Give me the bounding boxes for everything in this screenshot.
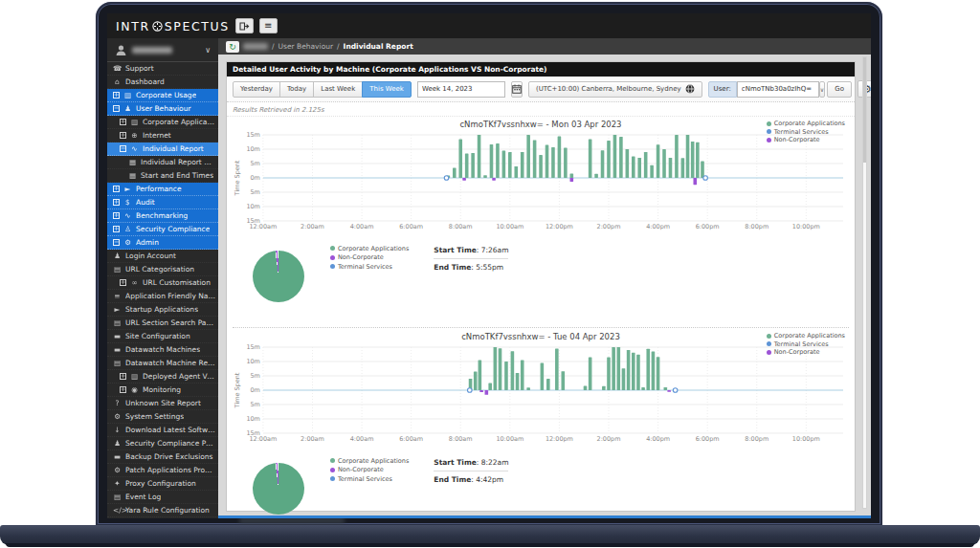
sidebar-user-menu[interactable]: ∨: [107, 38, 218, 62]
range-button-this-week[interactable]: This Week: [362, 81, 412, 98]
sidebar-item-label: Security Compliance Profile: [125, 439, 215, 448]
sidebar-item-start-and-end-times[interactable]: ▦Start and End Times: [107, 169, 218, 183]
range-button-last-week[interactable]: Last Week: [313, 81, 363, 98]
y-axis-title: Time Spent: [234, 160, 241, 196]
bar-corporate: [508, 152, 512, 178]
sidebar-item-admin[interactable]: −⚙Admin: [107, 236, 218, 250]
sidebar-item-corporate-applications[interactable]: +▥Corporate Applications: [107, 116, 218, 129]
sidebar-item-user-behaviour[interactable]: −♟User Behaviour: [107, 102, 218, 116]
bar-corporate: [521, 361, 524, 391]
sidebar-item-label: Admin: [136, 238, 159, 247]
bar-corporate: [691, 142, 695, 178]
bar-corporate: [494, 347, 498, 390]
sidebar-item-benchmarking[interactable]: +∿Benchmarking: [107, 209, 218, 223]
expand-icon[interactable]: +: [113, 212, 120, 219]
sidebar-item-deployed-agent-versions[interactable]: +▥Deployed Agent Versions: [107, 370, 218, 384]
bar-corporate: [483, 175, 487, 178]
week-input[interactable]: [417, 81, 505, 98]
sidebar-item-datawatch-machines[interactable]: ▬Datawatch Machines: [107, 343, 218, 357]
collapse-icon[interactable]: −: [113, 239, 120, 246]
bar-corporate: [650, 165, 654, 178]
expand-icon[interactable]: +: [113, 199, 120, 206]
legend-dot-icon: [330, 476, 335, 481]
scrollbar-thumb[interactable]: [863, 57, 866, 163]
sidebar-item-patch-applications-profile[interactable]: ⚙Patch Applications Profile: [107, 464, 218, 477]
sidebar-item-individual-report-data[interactable]: ▦Individual Report Data: [107, 156, 218, 169]
sidebar-item-datawatch-machine-report[interactable]: ▤Datawatch Machine Report: [107, 357, 218, 370]
sidebar-item-startup-applications[interactable]: ►Startup Applications: [107, 303, 218, 317]
legend-label: Terminal Services: [338, 475, 392, 483]
expand-icon[interactable]: +: [113, 226, 120, 232]
sidebar-item-site-configuration[interactable]: ▬Site Configuration: [107, 330, 218, 343]
collapse-icon[interactable]: −: [120, 145, 126, 152]
x-tick-label: 10:00pm: [792, 435, 820, 443]
y-tick-label: 10m: [246, 358, 260, 365]
expand-icon[interactable]: +: [113, 92, 120, 99]
timezone-button[interactable]: (UTC+10:00) Canberra, Melbourne, Sydney: [528, 81, 702, 98]
monitor-icon: ◉: [130, 385, 139, 394]
gears-icon: ⚙: [113, 412, 122, 421]
sidebar-item-url-customisation[interactable]: +∞URL Customisation: [107, 276, 218, 290]
sidebar-item-security-compliance[interactable]: +♙Security Compliance: [107, 223, 218, 236]
sidebar-item-dashboard[interactable]: ⌂Dashboard: [107, 76, 218, 89]
sidebar-item-login-account[interactable]: ♟Login Account: [107, 250, 218, 263]
legend-item-non-corporate: Non-Corporate: [767, 348, 845, 357]
sidebar-item-security-compliance-profile[interactable]: ♟Security Compliance Profile: [107, 437, 218, 450]
range-button-today[interactable]: Today: [279, 81, 314, 98]
user-input[interactable]: [737, 81, 819, 98]
terminal-services-marker: [444, 176, 449, 181]
sidebar-item-corporate-usage[interactable]: +▥Corporate Usage: [107, 89, 218, 102]
menu-button[interactable]: ≡: [259, 18, 278, 33]
expand-icon[interactable]: +: [113, 186, 120, 192]
collapse-icon[interactable]: −: [113, 105, 120, 112]
sidebar-item-monitoring[interactable]: +◉Monitoring: [107, 384, 218, 397]
go-button[interactable]: Go: [827, 81, 852, 98]
refresh-button[interactable]: ↻: [226, 41, 239, 53]
bar-corporate: [701, 162, 704, 178]
sidebar-item-unknown-site-report[interactable]: ?Unknown Site Report: [107, 397, 218, 410]
vertical-scrollbar[interactable]: [862, 56, 867, 509]
sidebar-item-internet[interactable]: +⊕Internet: [107, 129, 218, 142]
x-tick-label: 12:00am: [249, 223, 277, 230]
legend-dot-icon: [330, 264, 335, 269]
user-dropdown-button[interactable]: ∨: [819, 81, 825, 98]
app-window: INTR SPECTUS ≡: [107, 13, 871, 518]
sidebar-item-yara-rule-configuration[interactable]: </>Yara Rule Configuration: [107, 504, 218, 517]
bar-corporate: [627, 350, 631, 390]
sidebar-item-support[interactable]: ☎Support: [107, 62, 218, 76]
sidebar-item-individual-report[interactable]: −∿Individual Report: [107, 142, 218, 156]
sidebar-item-label: Datawatch Machine Report: [125, 359, 215, 367]
sidebar-item-url-section-search-pattern[interactable]: ▤URL Section Search Pattern: [107, 317, 218, 330]
sidebar-item-proxy-configuration[interactable]: ✦Proxy Configuration: [107, 477, 218, 491]
expand-icon[interactable]: +: [120, 279, 126, 286]
logout-button[interactable]: [235, 18, 254, 33]
sidebar-item-label: Download Latest Software: [125, 426, 215, 434]
list-box-icon: ▤: [113, 318, 122, 327]
sidebar-item-audit[interactable]: +$Audit: [107, 196, 218, 209]
x-tick-label: 4:00am: [350, 435, 374, 443]
sidebar-item-label: Login Account: [125, 252, 176, 260]
sidebar-item-backup-drive-exclusions[interactable]: ▬Backup Drive Exclusions: [107, 450, 218, 464]
calendar-icon: [512, 84, 522, 94]
sidebar-item-label: Site Configuration: [125, 332, 190, 340]
y-tick-label: 5m: [251, 401, 260, 408]
sidebar-item-application-friendly-names[interactable]: ≡Application Friendly Names: [107, 290, 218, 303]
legend-item-terminal-services: Terminal Services: [330, 262, 409, 272]
range-button-yesterday[interactable]: Yesterday: [233, 81, 280, 98]
legend-dot-icon: [767, 121, 771, 126]
expand-icon[interactable]: +: [120, 373, 126, 380]
expand-icon[interactable]: +: [120, 119, 126, 125]
bar-non-corporate: [693, 178, 697, 185]
sidebar-item-system-settings[interactable]: ⚙System Settings: [107, 410, 218, 424]
calendar-button[interactable]: [511, 81, 523, 98]
sidebar-item-download-latest-software[interactable]: ↓Download Latest Software: [107, 424, 218, 437]
breadcrumb-parent[interactable]: User Behaviour: [278, 42, 334, 51]
bar-corporate: [514, 166, 518, 178]
redacted-footer-text: [239, 517, 345, 524]
sidebar-item-performance[interactable]: +►Performance: [107, 183, 218, 196]
sidebar-item-label: Individual Report Data: [141, 158, 215, 166]
sidebar-item-event-log[interactable]: ▤Event Log: [107, 491, 218, 504]
expand-icon[interactable]: +: [120, 132, 126, 139]
sidebar-item-url-categorisation[interactable]: ▤URL Categorisation: [107, 263, 218, 276]
expand-icon[interactable]: +: [120, 386, 126, 393]
